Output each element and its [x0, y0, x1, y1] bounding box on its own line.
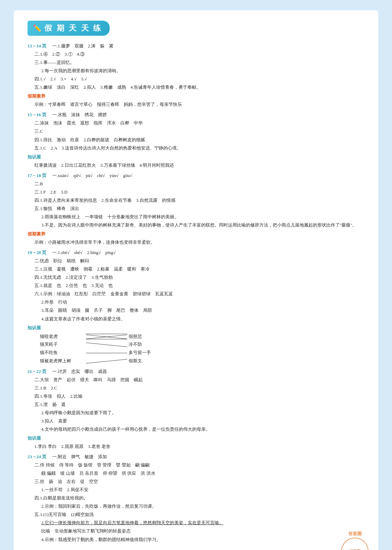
cross-right-3: 多亏留一手 [129, 349, 173, 357]
watermark-text-1: 答案圈 [341, 531, 369, 537]
jiaqisu-label-2: 假期素养 [28, 231, 45, 236]
s2324-line8: 五.1.(1)无可言喻 (2)晴空如洗 [28, 512, 94, 517]
s2324-line4: 三.丝 扬 迫 左右 促 空空 [28, 479, 98, 484]
s2122-line2: 二.大坝 资产 起伏 猎犬 嗥叫 马蹄 挖掘 崛起 [28, 377, 143, 382]
cross-line-4-svg [86, 359, 127, 364]
section-1516: 15－16 页 一.水瓶 涂抹 绣花 拥挤 二.涂抹 泡沫 霞光 遐想 指挥 浑… [28, 111, 364, 169]
page-range-2324: 23－24 页 [28, 454, 46, 459]
knowledge-label-1: 知识屋 [28, 154, 41, 160]
s1920-line9: 4.这篇文章表达了作者对小猫的喜爱之情。 [28, 316, 125, 321]
s2324-line6: 四.1.白鹅是朋友送给我的。 [28, 495, 88, 500]
title-banner: ✏️ 假 期 天 天 练 [28, 21, 110, 36]
s2324-line2: 二.侍 待候 侍 等待 饭 饭馆 管 管理 譬 譬如 翩 偏翩 [28, 462, 150, 468]
s1920-line8: 3.耳朵 眼睛 胡须 腿 爪子 脚 尾巴 整体 局部 [28, 308, 152, 313]
s1516-line1: 一.水瓶 涂抹 绣花 拥挤 [48, 112, 107, 117]
s1516-special: 知识屋 红掌拨清波 2.日出江花红胜火 3.万条垂下绿丝绦 4.明月何时照我还 [28, 153, 364, 169]
s1516-line3: 三.C [28, 129, 43, 134]
s1920-line7: 2.外形 行动 [28, 299, 67, 305]
s1718-line2: 二.B [28, 181, 43, 186]
cross-right-1: 假慈悲 [129, 333, 173, 341]
knowledge-label-3: 知识屋 [28, 436, 41, 441]
s2324-line1: 一.附近 脾气 敏捷 添加 [48, 454, 107, 459]
s1718-line5: 五.1.愉悦 稀奇 演出 [28, 206, 79, 211]
cross-row-3: 猫不吃鱼 多亏留一手 [40, 349, 364, 357]
s1516-line2: 二.涂抹 泡沫 霞光 遐想 指挥 浑水 白桦 中华 [28, 120, 143, 125]
s1718-line4: 四.1.诗是人类向未来寄发的信息 2.生命全在节奏 3.自然流露 的情感 [28, 198, 175, 203]
cross-row-4: 猫被老虎撵上树 假斯文 [40, 357, 364, 365]
s1718-line1: 一.xuān√ qiē√ pū√ chī√ yún√ gōu√ [48, 173, 132, 178]
watermark-block: 答案圈 答案圈 MXQE.COM [341, 531, 369, 550]
cross-left-2: 猫哭耗子 [40, 341, 85, 349]
pencil-icon: ✏️ [33, 24, 42, 32]
cross-right-2: 冷不防 [129, 341, 173, 349]
s1516-line4: 四.1.排比 激动 欣喜 2.白桦的挺拔 白桦树皮的细腻 [28, 137, 145, 142]
section-1718: 17－18 页 一.xuān√ qiē√ pū√ chī√ yún√ gōu√ … [28, 172, 364, 246]
section-1920: 19－20 页 一.1.zhē√ shē√ 2.bīng√ pīng√ 二.忧虑… [28, 249, 364, 365]
cross-left-3: 猫不吃鱼 [40, 349, 85, 357]
page-title: 假 期 天 天 练 [44, 23, 102, 33]
s2324-line3: 颇 偏颇 坡 山坡 吕 岳吕首 仰 仰望 供 供应 洪 洪水 [28, 471, 155, 476]
knowledge-label-2: 知识屋 [28, 325, 41, 330]
cross-right-4: 假斯文 [129, 357, 173, 365]
page-range-1718: 17－18 页 [28, 173, 46, 178]
svg-line-2 [86, 343, 127, 347]
s1516-line5: 五.1.C 2.A 3.这首诗传达出诗人对大自然的热爱和他安适、宁静的心境。 [28, 145, 181, 151]
jiaqisu-content-2: 示例：小路被雨水冲洗得非常干净，连身体也变得非常柔软。 [28, 240, 155, 245]
s1718-line3: 三.1.F 2.E 3.D [28, 189, 67, 195]
jiaqisu-label-1: 假期素养 [28, 94, 45, 99]
s1920-line3: 三.1.注视 凝视 遭映 倒霉 2.粗暴 温柔 暖和 寒冷 [28, 266, 150, 272]
s1920-line2: 二.忧虑 职位 稿纸 解闷 [28, 258, 89, 263]
s2324-line7: 2.示例：我回到家后，先吃饭，再做作业，然后复习功课。 [28, 504, 156, 509]
cross-row-2: 猫哭耗子 冷不防 [40, 341, 364, 349]
s1718-special: 假期素养 示例：小路被雨水冲洗得非常干净，连身体也变得非常柔软。 [28, 230, 364, 246]
main-page: ✏️ 假 期 天 天 练 13－14 页 一.1.藤萝 双腿 2.涛 躲 紧 二… [14, 10, 378, 550]
s1920-line1: 一.1.zhē√ shē√ 2.bīng√ pīng√ [48, 250, 116, 255]
jiaqisu-content-1: 示例：寸草春晖 谁言寸草心 报得三春晖 妈妈，您辛苦了，母亲节快乐 [28, 102, 182, 107]
watermark-circle: 答案圈 [341, 538, 369, 550]
s1920-line5: 五.1.就是 也 2.任凭 也 3.无论 也 [28, 283, 113, 288]
s2324-line5: 1.一丝不苟 2.局促不安 [28, 487, 88, 492]
s2122-line7: 3.拟人 喜爱 [28, 418, 67, 424]
section-2122: 21－22 页 一.讨厌 忠实 哪出 成器 二.大坝 资产 起伏 猎犬 嗥叫 马… [28, 367, 364, 451]
s1920-special: 知识屋 猫咬老虎 假慈悲 猫哭耗子 [28, 324, 364, 365]
s1314-line6: 五.1.嫩绿 淡白 深红 2.拟人 3.稚嫩 成熟 4.告诫青年人珍惜青春，勇于… [28, 85, 201, 90]
s2324-line11: 4.示例：我感受到了鹅的美，鹅群的团结精神值得我们学习。 [28, 537, 161, 542]
section-2324: 23－24 页 一.附近 脾气 敏捷 添加 二.侍 待候 侍 等待 饭 饭馆 管… [28, 453, 364, 544]
s2122-line3: 三.1.B 2.C [28, 385, 57, 390]
cross-row-1: 猫咬老虎 假慈悲 [40, 333, 364, 341]
s2324-line9: 2.它们一律长颈伸向前方，双足向后方笔直地伸着，悠然翱翔天空的美姿，实在是无可言… [28, 520, 224, 525]
s1314-line3: 三.1.事——是回忆。 [28, 60, 75, 65]
cross-left-4: 猫被老虎撵上树 [40, 357, 85, 365]
s1314-line4: 2.每一次我的思潮里都有你波涛的清响。 [28, 68, 121, 73]
cross-line-1-svg [86, 334, 127, 340]
cross-line-3-svg [86, 350, 127, 356]
s2122-line8: 4.文中的母鸡把四只小鹅当成自己的孩子一样用心抚养，是一位负责任的伟大的母亲。 [28, 427, 210, 432]
page-header: ✏️ 假 期 天 天 练 [28, 21, 364, 36]
page-range-1516: 15－16 页 [28, 112, 46, 117]
cross-diagram: 猫咬老虎 假慈悲 猫哭耗子 [40, 333, 364, 365]
s1314-special: 假期素养 示例：寸草春晖 谁言寸草心 报得三春晖 妈妈，您辛苦了，母亲节快乐 [28, 92, 364, 109]
s1314-line2: 二.1.④ 2.② 3.① 4.③ [28, 52, 85, 57]
s1718-line6: 2.雨珠落在蜘蛛丝上 一串项链 十分形象地突出了雨中树林的美丽。 [28, 214, 179, 219]
s2122-line6: 2.母鸡呼唤小鹅是因为知道要下雨了。 [28, 410, 116, 415]
s2122-line4: 四.1.夸张 拟人 2.比喻 [28, 394, 83, 399]
s1314-line5: 四.1.√ 2.√ 3.× 4.√ 5.√ [28, 76, 87, 81]
s2122-line1: 一.讨厌 忠实 哪出 成器 [48, 369, 107, 374]
page-range-2122: 21－22 页 [28, 369, 46, 374]
s2122-special: 知识屋 1.李白 李白 2.屈原 屈原 3.老舍 老舍 [28, 434, 364, 451]
watermark-inner: 答案圈 [349, 549, 361, 550]
s1920-line6: 六.1.示例：绿油油 红彤彤 白茫茫 金黄金黄 碧绿碧绿 瓦蓝瓦蓝 [28, 291, 173, 296]
s2122-line5: 五.1.澄 扬 遮 [28, 402, 66, 407]
s1314-line1: 一.1.藤萝 双腿 2.涛 躲 紧 [48, 43, 114, 48]
page-range-1314: 13－14 页 [28, 43, 46, 48]
knowledge-content-1: 红掌拨清波 2.日出江花红胜火 3.万条垂下绿丝绦 4.明月何时照我还 [28, 163, 174, 168]
s2324-line10: 比喻 生动形象地写出了鹅飞翔时的轻盈姿态 [28, 528, 131, 534]
s1718-line7: 3.不是。因为在诗人眼中雨中的树林充满了新奇、美好的事物，使诗人产生了丰富的联想… [28, 222, 357, 228]
s1920-line4: 四.1.无忧无虑 2.没定没了 3.生气勃勃 [28, 275, 113, 280]
svg-line-4 [86, 359, 127, 363]
section-1314: 13－14 页 一.1.藤萝 双腿 2.涛 躲 紧 二.1.④ 2.② 3.① … [28, 42, 364, 109]
cross-left-1: 猫咬老虎 [40, 333, 85, 341]
cross-line-2-svg [86, 342, 127, 348]
knowledge-content-3: 1.李白 李白 2.屈原 屈原 3.老舍 老舍 [28, 444, 110, 449]
page-range-1920: 19－20 页 [28, 250, 46, 255]
